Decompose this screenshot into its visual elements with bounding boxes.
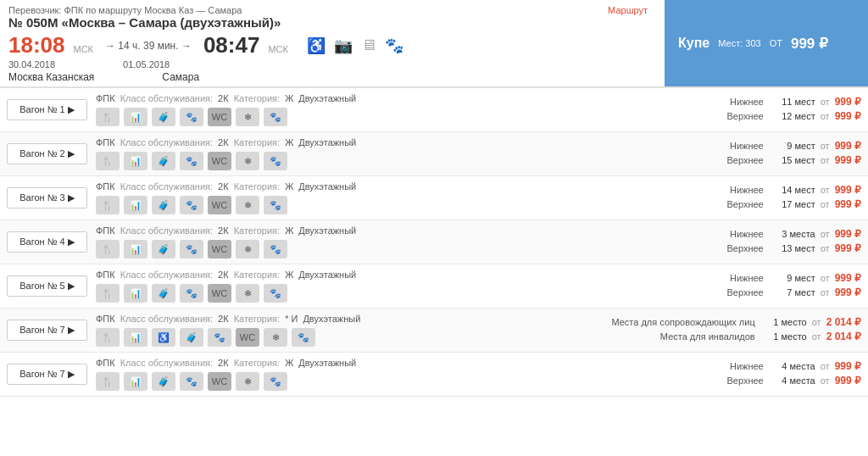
seat-type-label: Нижнее <box>717 361 764 371</box>
seat-count-label: 9 мест <box>769 141 815 151</box>
wagon-amenity-icon-3: 🐾 <box>180 108 203 126</box>
wagon-details: ФПК Класс обслуживания: 2К Категория: Ж … <box>87 181 624 214</box>
wagon-row: Вагон № 7 ▶ФПК Класс обслуживания: 2К Ка… <box>0 309 868 353</box>
wagon-select-button[interactable]: Вагон № 3 ▶ <box>7 187 87 209</box>
duration-label: → 14 ч. 39 мин. → <box>105 40 192 52</box>
wagon-icons-row: 🍴📊🧳🐾WC❄🐾 <box>96 152 615 170</box>
wagon-cat-val: Ж <box>285 358 293 368</box>
wagon-carrier: ФПК <box>96 270 115 280</box>
wagon-row: Вагон № 7 ▶ФПК Класс обслуживания: 2К Ка… <box>0 353 868 397</box>
wagon-row: Вагон № 2 ▶ФПК Класс обслуживания: 2К Ка… <box>0 132 868 176</box>
seat-count-label: 11 мест <box>769 97 815 107</box>
wagon-tags-row: ФПК Класс обслуживания: 2К Категория: Ж … <box>96 181 615 192</box>
wagon-select-button[interactable]: Вагон № 4 ▶ <box>7 231 87 253</box>
wagon-amenity-icon-3: 🐾 <box>180 152 203 170</box>
arr-station: Самара <box>162 71 199 83</box>
wagon-type: Двухэтажный <box>298 270 356 280</box>
wagon-select-button[interactable]: Вагон № 5 ▶ <box>7 275 87 297</box>
route-link[interactable]: Маршрут <box>608 5 648 15</box>
wagon-tags-row: ФПК Класс обслуживания: 2К Категория: Ж … <box>96 93 615 103</box>
seat-type-label: Верхнее <box>717 111 764 121</box>
wagon-details: ФПК Класс обслуживания: 2К Категория: * … <box>87 314 586 347</box>
wagon-select-button[interactable]: Вагон № 7 ▶ <box>7 364 87 385</box>
wagon-amenity-icon-1: 📊 <box>124 284 147 303</box>
amenity-camera-icon: 📷 <box>334 36 353 55</box>
wagon-amenity-icon-3: 🧳 <box>180 328 203 347</box>
wagon-select-button[interactable]: Вагон № 7 ▶ <box>7 320 87 341</box>
amenity-wheelchair-icon: ♿ <box>307 36 326 55</box>
wagon-amenity-icon-6: 🐾 <box>264 372 287 391</box>
seat-availability-row: Верхнее 13 мест от 999 ₽ <box>624 242 861 254</box>
wagon-amenity-icon-0: 🍴 <box>96 240 120 259</box>
wagon-cat-label: Категория: <box>234 181 280 192</box>
wagon-cat-val: Ж <box>285 137 293 147</box>
wagon-class-val: 2К <box>218 93 229 103</box>
wagon-amenity-icon-0: 🍴 <box>96 108 120 126</box>
seat-count-label: 15 мест <box>769 155 815 165</box>
wagon-carrier: ФПК <box>96 358 115 368</box>
seat-count-label: 4 места <box>769 375 815 386</box>
wagon-amenity-icon-5: ❄ <box>236 240 259 259</box>
seat-from-label: от <box>821 185 830 195</box>
seat-price-label: 999 ₽ <box>835 360 861 372</box>
wagon-class-val: 2К <box>218 358 229 368</box>
dep-station: Москва Казанская <box>8 71 94 83</box>
wagon-amenity-icon-2: 🧳 <box>152 240 175 259</box>
amenity-pet-icon: 🐾 <box>385 36 403 55</box>
wagon-class-val: 2К <box>218 270 229 280</box>
wagon-cat-label: Категория: <box>234 93 280 103</box>
wagon-carrier: ФПК <box>96 181 115 192</box>
wagon-amenity-icon-2: 🧳 <box>152 108 175 126</box>
seat-price-label: 999 ₽ <box>835 272 861 284</box>
seat-count-label: 3 места <box>769 229 815 239</box>
seat-count-label: 17 мест <box>769 199 815 209</box>
seat-type-label: Верхнее <box>717 375 764 386</box>
seat-from-label: от <box>821 111 830 121</box>
dep-tz: МСК <box>74 44 94 54</box>
wagon-amenity-icon-0: 🍴 <box>96 328 120 347</box>
wagon-row: Вагон № 3 ▶ФПК Класс обслуживания: 2К Ка… <box>0 176 868 220</box>
arrival-time: 08:47 <box>203 32 260 58</box>
wagon-amenity-icon-6: 🐾 <box>264 108 287 126</box>
seat-availability-row: Места для инвалидов 1 место от 2 014 ₽ <box>586 331 861 342</box>
wagon-amenity-icon-1: 📊 <box>124 328 147 347</box>
seat-count-label: 14 мест <box>769 185 815 195</box>
wagon-amenity-icon-4: WC <box>208 152 231 170</box>
wagon-seats-section: Нижнее 4 места от 999 ₽ Верхнее 4 места … <box>624 360 861 389</box>
wagon-row: Вагон № 4 ▶ФПК Класс обслуживания: 2К Ка… <box>0 220 868 264</box>
seat-price-label: 999 ₽ <box>835 96 861 108</box>
wagon-class-val: 2К <box>218 137 229 147</box>
wagon-type: Двухэтажный <box>298 137 356 147</box>
seat-count-label: 4 места <box>769 361 815 371</box>
seat-price-label: 999 ₽ <box>835 110 861 122</box>
wagon-row: Вагон № 5 ▶ФПК Класс обслуживания: 2К Ка… <box>0 264 868 309</box>
wagon-amenity-icon-4: WC <box>208 196 231 214</box>
wagon-icons-row: 🍴📊🧳🐾WC❄🐾 <box>96 372 615 391</box>
seat-count-label: 12 мест <box>769 111 815 121</box>
seat-from-label: от <box>821 155 830 165</box>
departure-time: 18:08 <box>8 32 65 58</box>
seat-from-label: от <box>812 331 821 342</box>
seat-from-label: от <box>821 229 830 239</box>
seat-type-label: Нижнее <box>717 141 764 151</box>
wagon-amenity-icon-5: ❄ <box>236 152 259 170</box>
wagon-amenity-icon-3: 🐾 <box>180 196 203 214</box>
wagon-amenity-icon-4: WC <box>208 108 231 126</box>
wagon-cat-label: Категория: <box>234 137 280 147</box>
seat-count-label: 13 мест <box>769 243 815 253</box>
seat-availability-row: Верхнее 12 мест от 999 ₽ <box>624 110 861 122</box>
wagon-amenity-icon-0: 🍴 <box>96 284 120 303</box>
seat-price-label: 999 ₽ <box>835 140 861 152</box>
wagon-cat-label: Категория: <box>234 314 280 324</box>
seat-count-label: 9 мест <box>769 273 815 283</box>
kupe-seats: Мест: 303 <box>718 38 760 48</box>
seat-price-label: 999 ₽ <box>835 228 861 240</box>
wagon-amenity-icon-6: 🐾 <box>264 196 287 214</box>
seat-type-label: Нижнее <box>717 273 764 283</box>
wagon-seats-section: Нижнее 9 мест от 999 ₽ Верхнее 15 мест о… <box>624 140 861 169</box>
wagon-select-button[interactable]: Вагон № 2 ▶ <box>7 143 87 164</box>
wagon-class-val: 2К <box>218 181 229 192</box>
wagon-select-button[interactable]: Вагон № 1 ▶ <box>7 99 87 120</box>
seat-count-label: 1 место <box>760 317 807 327</box>
wagon-carrier: ФПК <box>96 225 115 236</box>
